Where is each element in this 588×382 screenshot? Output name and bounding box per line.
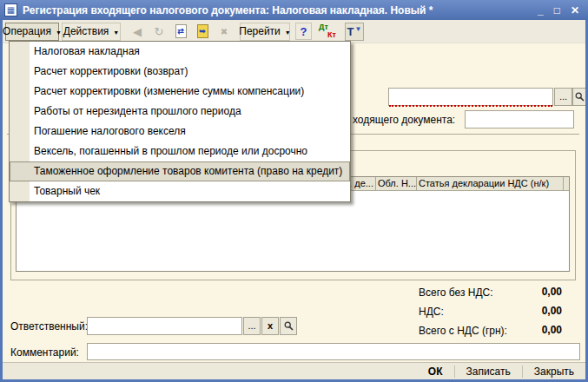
menu-item-tax-invoice[interactable]: Налоговая накладная: [10, 42, 350, 62]
operation-menu-label: Операция: [3, 25, 51, 37]
vat-value: 0,00: [486, 305, 562, 317]
reread-glyph: ⇄: [175, 24, 187, 38]
table-column-header[interactable]: Статья декларации НДС (н/к): [417, 177, 564, 190]
menu-item-customs-clearance[interactable]: Таможенное оформление товаров комитента …: [10, 161, 350, 181]
title-bar: ▦ Регистрация входящего налогового докум…: [0, 0, 588, 20]
responsible-search-button[interactable]: [280, 317, 297, 335]
search-icon: [575, 92, 585, 102]
responsible-field[interactable]: [87, 317, 242, 335]
close-button[interactable]: ✕: [571, 5, 579, 16]
goto-menu-label: Перейти: [239, 25, 281, 37]
incoming-number-field[interactable]: [465, 110, 574, 128]
goto-menu-button[interactable]: Перейти ▼: [240, 23, 290, 41]
total-without-vat-label: Всего без НДС:: [419, 286, 493, 299]
ok-button[interactable]: ОК: [417, 363, 454, 379]
close-form-button[interactable]: Закрыть: [523, 363, 585, 379]
operation-dropdown-menu: Налоговая накладная Расчет корректировки…: [9, 41, 351, 202]
reread-document-icon[interactable]: ⇄: [172, 23, 189, 40]
doc-ref-ellipsis-button[interactable]: ...: [554, 88, 572, 106]
total-without-vat-value: 0,00: [486, 286, 562, 298]
previous-document-icon[interactable]: ◀: [129, 23, 146, 40]
comment-label: Комментарий:: [10, 346, 79, 359]
footer-button-bar: ОК Записать Закрыть: [3, 362, 585, 379]
required-field-marker: [389, 105, 552, 107]
cancel-posting-icon[interactable]: ✖: [215, 23, 233, 40]
chevron-down-icon: ▼: [285, 30, 291, 36]
table-column-header[interactable]: Обл. Н...: [376, 177, 417, 190]
dt-kt-postings-icon[interactable]: Дт Кт: [317, 23, 338, 40]
responsible-label: Ответственный:: [10, 320, 88, 333]
menu-item-adjustment-return[interactable]: Расчет корректировки (возврат): [10, 62, 350, 82]
table-column-filler: [564, 177, 569, 190]
filter-glyph: T: [347, 25, 354, 38]
minimize-button[interactable]: _: [538, 5, 544, 16]
maximize-button[interactable]: □: [554, 5, 560, 16]
funnel-glyph: ▼: [355, 25, 362, 33]
actions-menu-button[interactable]: Действия ▼: [62, 23, 121, 41]
chevron-down-icon: ▼: [113, 30, 119, 36]
search-icon: [284, 321, 294, 331]
menu-item-bill-repaid-early[interactable]: Вексель, погашенный в прошлом периоде ил…: [10, 142, 350, 161]
operation-menu-button[interactable]: Операция ▼: [5, 23, 59, 41]
total-with-vat-value: 0,00: [486, 324, 562, 336]
responsible-clear-button[interactable]: x: [261, 317, 279, 335]
doc-ref-search-button[interactable]: [572, 88, 586, 106]
filter-by-value-icon[interactable]: T ▼: [345, 23, 364, 41]
structure-glyph: ➥: [197, 24, 208, 38]
chevron-down-icon: ▼: [56, 30, 62, 36]
comment-field[interactable]: [87, 343, 580, 360]
incoming-number-label: ходящего документа:: [353, 114, 455, 126]
tax-document-ref-field[interactable]: [388, 88, 553, 106]
responsible-ellipsis-button[interactable]: ...: [243, 317, 261, 335]
credit-label: Кт: [327, 31, 336, 39]
app-icon: ▦: [4, 3, 17, 16]
menu-item-tax-bill-repayment[interactable]: Погашение налогового векселя: [10, 122, 350, 142]
window-border: [0, 20, 3, 382]
toolbar: Операция ▼ Действия ▼ ◀ ↻ ⇄ ➥ ✖ Перейти …: [3, 20, 585, 43]
document-window: ▦ Регистрация входящего налогового докум…: [0, 0, 588, 382]
menu-item-sales-receipt[interactable]: Товарный чек: [10, 181, 350, 201]
help-button[interactable]: ?: [295, 23, 312, 40]
menu-item-adjustment-compensation[interactable]: Расчет корректировки (изменение суммы ко…: [10, 82, 350, 102]
menu-item-nonresident-works[interactable]: Работы от нерезидента прошлого периода: [10, 102, 350, 122]
vat-label: НДС:: [419, 306, 444, 318]
actions-menu-label: Действия: [63, 25, 109, 37]
save-button[interactable]: Записать: [455, 363, 522, 379]
reload-icon[interactable]: ↻: [150, 23, 168, 40]
window-title: Регистрация входящего налогового докумен…: [23, 4, 531, 16]
structure-icon[interactable]: ➥: [194, 23, 211, 40]
